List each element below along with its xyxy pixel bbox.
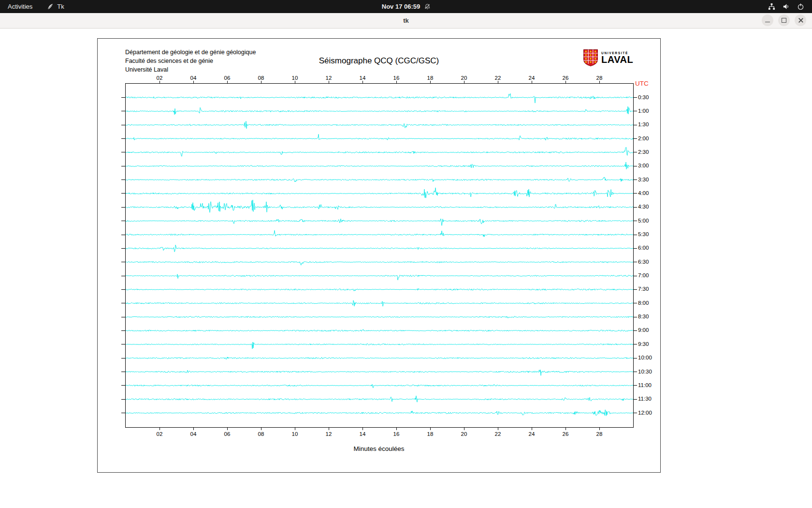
activities-button[interactable]: Activities (8, 3, 32, 10)
y-tick-label: 6:00 (638, 245, 649, 251)
x-tick-label-bottom: 16 (393, 431, 400, 437)
x-tick-label-top: 04 (190, 75, 197, 81)
y-tick-left (121, 138, 125, 139)
y-tick-right (634, 179, 637, 180)
x-tick-top (498, 81, 498, 83)
y-tick-left (121, 97, 125, 98)
y-tick-label: 10:00 (638, 355, 652, 360)
y-tick-right (634, 289, 637, 290)
y-tick-label: 9:00 (638, 327, 649, 333)
y-tick-left (121, 207, 125, 208)
x-tick-label-top: 20 (461, 75, 467, 81)
x-tick-top (430, 81, 431, 83)
y-tick-label: 8:30 (638, 314, 649, 319)
x-tick-top (532, 81, 532, 83)
y-tick-left (121, 125, 125, 125)
y-tick-left (121, 413, 125, 413)
volume-icon (783, 3, 790, 10)
x-tick-bottom (261, 428, 261, 430)
x-tick-bottom (599, 428, 600, 430)
maximize-button[interactable] (778, 15, 790, 26)
tk-feather-icon (47, 3, 54, 10)
y-tick-left (121, 235, 125, 235)
y-tick-label: 1:30 (638, 121, 649, 127)
laval-shield-icon (583, 49, 598, 69)
laval-logo: UNIVERSITÉ LAVAL (583, 49, 633, 69)
y-tick-right (634, 235, 637, 235)
x-tick-top (227, 81, 228, 83)
minimize-button[interactable] (762, 15, 773, 26)
x-tick-bottom (362, 428, 363, 430)
gnome-top-bar: Activities Tk Nov 17 06:59 (0, 0, 812, 13)
x-tick-bottom (464, 428, 464, 430)
y-tick-right (634, 152, 637, 152)
x-tick-label-top: 12 (326, 75, 332, 81)
y-tick-label: 5:30 (638, 231, 649, 237)
y-tick-left (121, 330, 125, 331)
y-tick-right (634, 276, 637, 276)
y-tick-right (634, 97, 637, 98)
y-tick-label: 9:30 (638, 341, 649, 347)
y-tick-label: 6:30 (638, 259, 649, 265)
y-tick-label: 12:00 (638, 410, 652, 416)
close-icon (798, 17, 803, 23)
y-tick-label: 10:30 (638, 369, 652, 374)
x-tick-top (295, 81, 295, 83)
window-titlebar[interactable]: tk (0, 13, 812, 29)
y-tick-right (634, 138, 637, 139)
x-tick-label-top: 02 (157, 75, 163, 81)
y-tick-left (121, 179, 125, 180)
plot-area (125, 83, 634, 428)
x-tick-bottom (329, 428, 329, 430)
power-icon (797, 3, 804, 10)
y-tick-right (634, 358, 637, 359)
y-tick-label: 4:00 (638, 190, 649, 196)
y-tick-right (634, 317, 637, 317)
x-tick-label-top: 22 (495, 75, 501, 81)
header-line-3: Université Laval (125, 65, 256, 74)
y-tick-left (121, 289, 125, 290)
y-tick-right (634, 166, 637, 166)
y-tick-left (121, 344, 125, 344)
y-tick-label: 11:00 (638, 382, 652, 388)
figure-title: Séismographe QCQ (CGC/GSC) (98, 56, 660, 66)
y-tick-left (121, 385, 125, 386)
app-indicator[interactable]: Tk (47, 3, 64, 10)
y-tick-label: 4:30 (638, 204, 649, 209)
y-tick-left (121, 111, 125, 111)
x-tick-bottom (498, 428, 498, 430)
x-tick-top (160, 81, 160, 83)
close-button[interactable] (795, 15, 806, 26)
x-tick-label-top: 10 (292, 75, 298, 81)
y-tick-right (634, 303, 637, 303)
y-tick-right (634, 385, 637, 386)
x-tick-bottom (430, 428, 431, 430)
x-tick-top (193, 81, 194, 83)
y-tick-right (634, 262, 637, 262)
y-tick-label: 0:30 (638, 94, 649, 100)
x-tick-label-bottom: 28 (596, 431, 603, 437)
header-line-1: Département de géologie et de génie géol… (125, 48, 256, 57)
x-tick-label-bottom: 12 (326, 431, 332, 437)
y-tick-left (121, 358, 125, 359)
x-tick-bottom (396, 428, 397, 430)
y-tick-left (121, 399, 125, 400)
y-tick-left (121, 193, 125, 194)
clock-menu[interactable]: Nov 17 06:59 (382, 3, 431, 10)
seismogram-canvas (126, 84, 633, 427)
x-tick-bottom (227, 428, 228, 430)
logo-laval-label: LAVAL (601, 55, 633, 65)
x-tick-label-bottom: 02 (157, 431, 163, 437)
notifications-off-icon (424, 3, 430, 10)
x-tick-label-bottom: 18 (427, 431, 434, 437)
system-status-menu[interactable] (768, 3, 812, 10)
figure: Département de géologie et de génie géol… (97, 38, 661, 473)
y-tick-right (634, 344, 637, 344)
y-tick-right (634, 207, 637, 208)
x-tick-bottom (566, 428, 566, 430)
x-tick-bottom (160, 428, 160, 430)
utc-label: UTC (635, 80, 649, 87)
network-icon (768, 3, 775, 10)
x-tick-top (261, 81, 261, 83)
y-tick-right (634, 372, 637, 372)
